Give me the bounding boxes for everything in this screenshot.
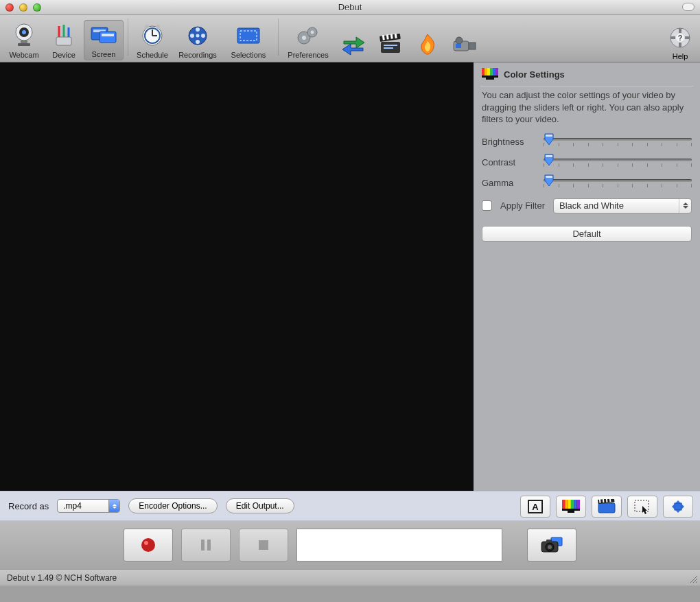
snapshot-button[interactable] bbox=[527, 529, 576, 562]
resize-grip-icon[interactable] bbox=[688, 574, 698, 583]
selections-label: Selections bbox=[223, 51, 274, 59]
svg-rect-65 bbox=[574, 500, 576, 509]
schedule-label: Schedule bbox=[132, 51, 172, 59]
svg-rect-74 bbox=[635, 500, 649, 511]
arrows-out-icon bbox=[669, 499, 687, 514]
slider-thumb-icon[interactable] bbox=[544, 154, 555, 165]
pause-button[interactable] bbox=[181, 529, 231, 562]
text-a-icon: A bbox=[528, 500, 543, 513]
color-settings-button[interactable] bbox=[556, 496, 586, 518]
contrast-label: Contrast bbox=[482, 157, 537, 167]
webcam-icon bbox=[4, 21, 44, 50]
svg-rect-42 bbox=[456, 44, 461, 48]
default-button[interactable]: Default bbox=[482, 226, 692, 242]
updown-arrows-icon bbox=[108, 500, 119, 512]
svg-rect-56 bbox=[495, 68, 498, 76]
svg-rect-5 bbox=[56, 37, 71, 45]
slider-thumb-icon[interactable] bbox=[544, 133, 555, 144]
svg-rect-51 bbox=[482, 68, 485, 76]
burn-button[interactable] bbox=[413, 30, 442, 60]
clapperboard-icon bbox=[376, 30, 405, 59]
svg-rect-52 bbox=[485, 68, 487, 76]
gamma-label: Gamma bbox=[482, 178, 537, 188]
recording-status-display bbox=[296, 529, 502, 562]
color-settings-desc: You can adjust the color settings of you… bbox=[482, 89, 692, 126]
svg-rect-12 bbox=[102, 34, 114, 36]
device-label: Device bbox=[44, 51, 84, 59]
encoder-options-button[interactable]: Encoder Options... bbox=[128, 498, 217, 513]
camcorder-button[interactable] bbox=[450, 30, 479, 60]
svg-point-77 bbox=[144, 541, 148, 545]
svg-point-22 bbox=[201, 34, 205, 38]
toolbar-separator bbox=[128, 19, 128, 56]
help-icon: ? bbox=[668, 23, 692, 52]
clapper-button[interactable] bbox=[376, 30, 405, 60]
apply-filter-checkbox[interactable] bbox=[482, 200, 492, 211]
main-toolbar: Webcam Device Screen Schedule Recordings… bbox=[0, 15, 700, 62]
updown-arrows-icon bbox=[679, 199, 691, 213]
format-select[interactable]: .mp4 bbox=[57, 499, 120, 513]
screen-icon bbox=[84, 21, 123, 49]
stop-button[interactable] bbox=[239, 529, 288, 562]
screen-button[interactable]: Screen bbox=[84, 20, 124, 60]
color-bars-icon bbox=[482, 68, 498, 80]
toolbar-toggle-pill[interactable] bbox=[682, 3, 695, 11]
camera-icon bbox=[540, 536, 563, 554]
svg-point-76 bbox=[141, 538, 155, 552]
webcam-button[interactable]: Webcam bbox=[4, 21, 44, 60]
svg-rect-55 bbox=[493, 68, 495, 76]
slider-thumb-icon[interactable] bbox=[544, 174, 555, 185]
default-button-label: Default bbox=[572, 229, 600, 239]
record-button[interactable] bbox=[124, 529, 173, 562]
selections-button[interactable]: Selections bbox=[223, 21, 274, 60]
svg-rect-75 bbox=[675, 503, 681, 510]
brightness-label: Brightness bbox=[482, 137, 537, 147]
resize-tool-button[interactable] bbox=[663, 496, 693, 518]
svg-point-20 bbox=[196, 27, 200, 32]
camcorder-icon bbox=[450, 30, 479, 59]
preferences-button[interactable]: Preferences bbox=[283, 21, 334, 60]
svg-rect-68 bbox=[598, 503, 615, 513]
svg-rect-53 bbox=[487, 68, 490, 76]
svg-rect-66 bbox=[577, 500, 581, 509]
color-bars-icon bbox=[562, 500, 580, 513]
sync-arrows-button[interactable] bbox=[339, 30, 368, 60]
screen-label: Screen bbox=[84, 50, 123, 58]
gears-icon bbox=[283, 21, 334, 50]
brightness-slider[interactable] bbox=[544, 135, 692, 149]
svg-text:?: ? bbox=[678, 34, 683, 42]
schedule-button[interactable]: Schedule bbox=[132, 21, 172, 60]
stop-icon bbox=[257, 538, 270, 552]
svg-rect-79 bbox=[207, 540, 211, 551]
encoder-options-label: Encoder Options... bbox=[139, 501, 207, 511]
svg-rect-57 bbox=[486, 78, 494, 80]
svg-rect-62 bbox=[565, 500, 568, 509]
svg-rect-61 bbox=[562, 500, 565, 509]
status-text: Debut v 1.49 © NCH Software bbox=[7, 573, 117, 583]
selection-tool-button[interactable] bbox=[627, 496, 657, 518]
effects-button[interactable] bbox=[592, 496, 622, 518]
help-button[interactable]: ? Help bbox=[668, 23, 692, 60]
svg-rect-78 bbox=[201, 540, 205, 551]
edit-output-button[interactable]: Edit Output... bbox=[226, 498, 294, 513]
text-overlay-button[interactable]: A bbox=[520, 496, 550, 518]
color-settings-title: Color Settings bbox=[504, 69, 565, 80]
toolbar-separator-2 bbox=[278, 19, 279, 56]
preferences-label: Preferences bbox=[283, 51, 334, 59]
contrast-slider[interactable] bbox=[544, 156, 692, 170]
color-settings-panel: Color Settings You can adjust the color … bbox=[474, 62, 700, 491]
svg-rect-63 bbox=[568, 500, 571, 509]
svg-point-29 bbox=[302, 36, 306, 40]
device-icon bbox=[44, 21, 84, 50]
recordings-button[interactable]: Recordings bbox=[172, 21, 223, 60]
filter-select-value: Black and White bbox=[559, 200, 624, 211]
svg-point-23 bbox=[196, 40, 200, 44]
record-options-bar: Record as .mp4 Encoder Options... Edit O… bbox=[0, 491, 700, 521]
gamma-slider[interactable] bbox=[544, 176, 692, 190]
device-button[interactable]: Device bbox=[44, 21, 84, 60]
filter-select[interactable]: Black and White bbox=[553, 198, 692, 213]
svg-rect-67 bbox=[568, 511, 574, 513]
recording-controls bbox=[0, 521, 700, 569]
edit-output-label: Edit Output... bbox=[236, 501, 284, 511]
selection-rect-icon bbox=[223, 21, 274, 50]
